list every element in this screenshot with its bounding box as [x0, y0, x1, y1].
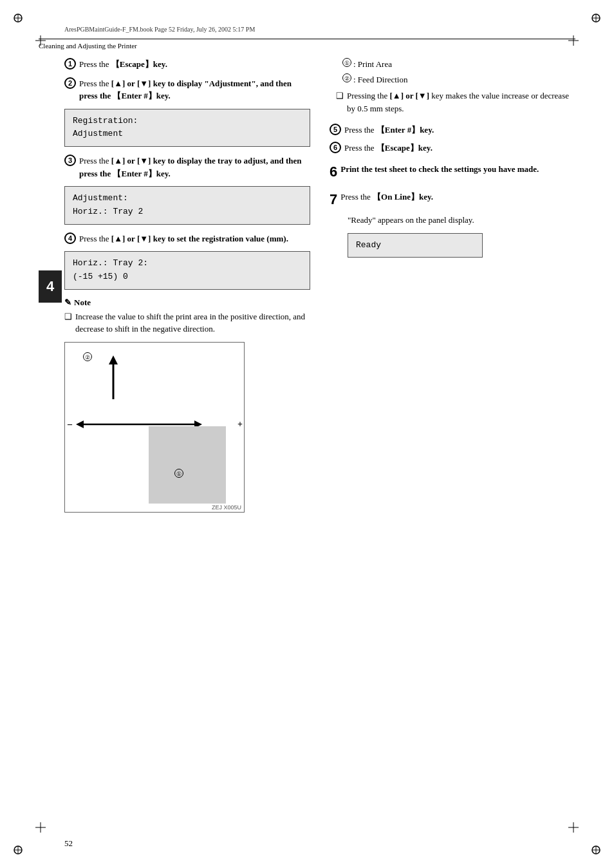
lcd-2-line1: Adjustment: [73, 192, 302, 205]
step-2: 2 Press the [▲] or [▼] key to display "A… [64, 77, 310, 102]
lcd-screen-3: Horiz.: Tray 2: (-15 +15) 0 [64, 251, 310, 290]
minus-label: – [68, 419, 72, 429]
col-right: ① : Print Area ② : Feed Direction ❑ Pres… [330, 58, 575, 522]
note-item-1: ❑ Increase the value to shift the print … [64, 310, 310, 335]
page-number: 52 [64, 838, 73, 849]
inner-mark-bl [35, 822, 46, 833]
ready-note-text: "Ready" appears on the panel display. [348, 215, 474, 225]
lcd-screen-1: Registration: Adjustment [64, 109, 310, 147]
corner-mark-br [582, 836, 601, 855]
chapter-tab: 4 [39, 270, 62, 303]
key-note-bullet: ❑ [336, 90, 344, 102]
step-7-text: Press the 【On Line】key. [340, 191, 433, 203]
step-2-num: 2 [64, 77, 76, 89]
corner-mark-tl [13, 13, 32, 32]
diagram-code: ZEJ X005U [212, 504, 241, 511]
legend-text-2: : Feed Direction [353, 73, 407, 86]
columns: 1 Press the 【Escape】key. 2 Press the [▲]… [64, 58, 575, 522]
key-note-text: Pressing the [▲] or [▼] key makes the va… [347, 90, 575, 115]
plus-label: + [237, 419, 243, 429]
corner-mark-bl [13, 836, 32, 855]
step-7: 7 Press the 【On Line】key. [330, 191, 575, 209]
step-6-text: Press the 【Escape】key. [344, 142, 433, 155]
step-5-text: Press the 【Enter #】key. [344, 124, 434, 137]
diagram-label-2: ② [83, 352, 94, 361]
note-bullet-1: ❑ [64, 310, 72, 323]
step-6-num: 6 [330, 142, 341, 153]
lcd-2-line2: Horiz.: Tray 2 [73, 205, 302, 219]
diagram-box: ② – + [64, 342, 245, 513]
diagram-area: ② – + [64, 342, 257, 522]
step-6-print: 6 Print the test sheet to check the sett… [330, 163, 575, 182]
feed-arrow [104, 354, 123, 402]
file-info: AresPGBMaintGuide-F_FM.book Page 52 Frid… [64, 26, 255, 33]
step-4-text: Press the [▲] or [▼] key to set the regi… [79, 232, 288, 245]
step-4-num: 4 [64, 232, 76, 244]
key-note: ❑ Pressing the [▲] or [▼] key makes the … [336, 90, 575, 115]
header-title: Cleaning and Adjusting the Printer [39, 42, 137, 50]
lcd-1-line1: Registration: [73, 115, 302, 128]
step-1: 1 Press the 【Escape】key. [64, 58, 310, 71]
circle-2: ② [83, 352, 92, 361]
step-1-num: 1 [64, 58, 76, 70]
print-area-rect [149, 426, 226, 504]
inner-mark-br [568, 822, 579, 833]
diagram-label-1: ① [174, 468, 185, 478]
note-section: ✎ Note ❑ Increase the value to shift the… [64, 297, 310, 335]
note-text-1: Increase the value to shift the print ar… [75, 310, 310, 335]
legend-item-1: ① : Print Area [342, 58, 575, 71]
step-3-text: Press the [▲] or [▼] key to display the … [79, 155, 310, 180]
circle-1: ① [174, 469, 183, 478]
lcd-screen-2: Adjustment: Horiz.: Tray 2 [64, 186, 310, 225]
lcd-4-line1: Ready [356, 239, 474, 252]
note-title: ✎ Note [64, 297, 310, 308]
col-left: 1 Press the 【Escape】key. 2 Press the [▲]… [64, 58, 310, 522]
legend-item-2: ② : Feed Direction [342, 73, 575, 86]
legend-circle-1: ① [342, 58, 351, 67]
lcd-1-line2: Adjustment [73, 127, 302, 141]
step-6-big-num: 6 [330, 163, 337, 182]
svg-marker-23 [76, 420, 84, 428]
step-1-text: Press the 【Escape】key. [79, 58, 167, 71]
legend-text-1: : Print Area [353, 58, 392, 71]
corner-mark-tr [582, 13, 601, 32]
step-6-print-text: Print the test sheet to check the settin… [340, 163, 539, 176]
ready-note: "Ready" appears on the panel display. [348, 214, 575, 227]
step-5-num: 5 [330, 124, 341, 135]
svg-marker-21 [109, 355, 118, 364]
legend-circle-2: ② [342, 73, 351, 82]
step-3-num: 3 [64, 155, 76, 166]
step-6: 6 Press the 【Escape】key. [330, 142, 575, 155]
main-content: 1 Press the 【Escape】key. 2 Press the [▲]… [64, 52, 575, 816]
step-4: 4 Press the [▲] or [▼] key to set the re… [64, 232, 310, 245]
page-header: Cleaning and Adjusting the Printer [39, 39, 575, 50]
step-7-num: 7 [330, 191, 337, 209]
step-2-text: Press the [▲] or [▼] key to display "Adj… [79, 77, 310, 102]
note-pencil-icon: ✎ [64, 297, 71, 308]
lcd-3-line2: (-15 +15) 0 [73, 270, 302, 284]
step-3: 3 Press the [▲] or [▼] key to display th… [64, 155, 310, 180]
lcd-3-line1: Horiz.: Tray 2: [73, 257, 302, 270]
lcd-screen-4: Ready [348, 233, 483, 258]
step-5: 5 Press the 【Enter #】key. [330, 124, 575, 137]
